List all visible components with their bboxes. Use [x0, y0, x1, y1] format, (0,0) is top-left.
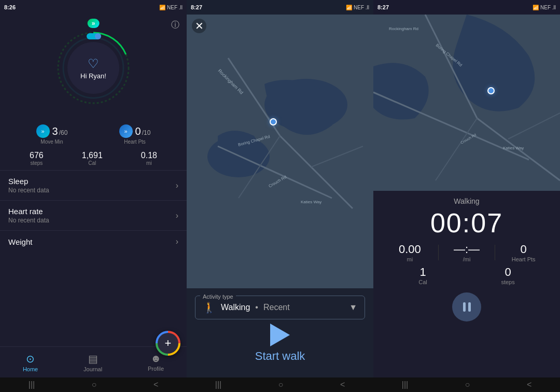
panel-workout: 8:27 📶 NEF .ll Boring Chapel Rd Katies W… [373, 0, 560, 392]
stats-row: 676 steps 1,691 Cal 0.18 mi [0, 149, 187, 171]
status-bar-3: 8:27 📶 NEF .ll [373, 0, 560, 15]
profile-label: Profile [148, 366, 164, 372]
home-gesture-icon-2[interactable]: ○ [278, 380, 284, 389]
recent-apps-icon[interactable]: ||| [29, 380, 35, 389]
activity-panel: Activity type 🚶 Walking • Recent ▼ Start… [187, 288, 373, 377]
journal-icon: ▤ [88, 353, 98, 365]
chevron-double-icon: » [92, 20, 95, 27]
start-walk-label[interactable]: Start walk [255, 349, 305, 363]
back-gesture-icon-3[interactable]: < [527, 380, 531, 389]
ring-area: » ⓘ ♡ [0, 15, 187, 118]
panel-map-start: 8:27 📶 NEF .ll Rockingham Rd Boring Chap… [187, 0, 373, 392]
recent-apps-icon-3[interactable]: ||| [402, 380, 408, 389]
gesture-bar-3: ||| ○ < [373, 377, 560, 392]
mi-stat: 0.18 mi [141, 151, 157, 166]
cal-label: Cal [88, 160, 96, 166]
close-button[interactable]: ✕ [192, 19, 206, 33]
svg-text:Katies Way: Katies Way [503, 146, 524, 150]
profile-icon: ☻ [150, 353, 161, 365]
steps-label: steps [30, 160, 43, 166]
cal-value: 1,691 [82, 151, 103, 160]
workout-steps-value: 0 [505, 265, 511, 279]
gesture-bar-1: ||| ○ < [0, 377, 187, 392]
ring-center: ♡ Hi Ryan! [80, 56, 106, 79]
status-time-2: 8:27 [191, 4, 202, 10]
heart-pts-value: 0 [135, 125, 141, 137]
svg-text:Rockingham Rd: Rockingham Rd [389, 26, 418, 31]
mi-value: 0.18 [141, 151, 157, 160]
walk-icon: 🚶 [203, 301, 216, 314]
weight-chevron-icon: › [176, 237, 178, 246]
workout-type-label: Walking [382, 197, 552, 205]
heart-pts-metric: » 0 /10 Heart Pts [119, 124, 151, 145]
nav-journal[interactable]: ▤ Journal [83, 353, 102, 372]
heart-rate-sub: No recent data [8, 217, 49, 224]
steps-stat: 676 steps [30, 151, 44, 166]
back-gesture-icon[interactable]: < [153, 380, 158, 389]
status-bar-2: 8:27 📶 NEF .ll [187, 0, 373, 15]
sleep-section[interactable]: Sleep No recent data › [0, 171, 187, 201]
add-activity-fab[interactable]: + [156, 331, 180, 346]
workout-pace-label: /mi [463, 256, 471, 262]
fitness-body: » ⓘ ♡ [0, 15, 187, 346]
mi-label: mi [146, 160, 152, 166]
workout-mi-label: mi [407, 256, 413, 262]
location-dot [270, 118, 277, 125]
workout-cal: 1 Cal [418, 265, 427, 285]
workout-cal-value: 1 [419, 265, 426, 279]
weight-title: Weight [8, 237, 32, 246]
workout-heart-pts: 0 Heart Pts [495, 243, 552, 262]
move-min-total: /60 [59, 129, 68, 136]
location-dot-workout [487, 87, 495, 94]
workout-cal-label: Cal [418, 279, 427, 285]
cal-stat: 1,691 Cal [82, 151, 103, 166]
pause-button[interactable] [452, 292, 481, 321]
map-area: Rockingham Rd Boring Chapel Rd Katies Wa… [187, 15, 373, 288]
gesture-bar-2: ||| ○ < [187, 377, 373, 392]
recent-apps-icon-2[interactable]: ||| [215, 380, 221, 389]
streak-badge: » [88, 19, 100, 28]
steps-value: 676 [30, 151, 44, 160]
metrics-row: » 3 /60 Move Min » 0 /10 [0, 120, 187, 149]
close-icon: ✕ [195, 20, 204, 32]
svg-text:Katies Way: Katies Way [301, 200, 321, 204]
heart-rate-section[interactable]: Heart rate No recent data › [0, 201, 187, 231]
home-gesture-icon-3[interactable]: ○ [465, 380, 470, 389]
workout-pace: —:— /mi [439, 243, 495, 262]
dropdown-arrow-icon[interactable]: ▼ [349, 303, 357, 312]
move-min-value: 3 [52, 125, 58, 137]
activity-selector[interactable]: 🚶 Walking • Recent ▼ [203, 301, 357, 314]
svg-point-5 [95, 33, 101, 39]
heart-rate-title: Heart rate [8, 207, 49, 216]
workout-steps: 0 steps [501, 265, 514, 285]
nav-home[interactable]: ⊙ Home [23, 353, 38, 372]
heart-icon: ♡ [88, 56, 99, 71]
ring-container: ♡ Hi Ryan! [54, 29, 132, 107]
home-icon: ⊙ [26, 353, 35, 365]
sleep-title: Sleep [8, 177, 49, 186]
back-gesture-icon-2[interactable]: < [340, 380, 345, 389]
workout-map-svg: Boring Chapel Rd Katies Way Crouch Rd Ro… [373, 15, 560, 191]
home-label: Home [23, 366, 38, 372]
weight-section[interactable]: Weight › [0, 231, 187, 253]
workout-mi: 0.00 mi [382, 243, 438, 262]
activity-separator: • [255, 303, 258, 312]
nav-profile[interactable]: ☻ Profile [148, 353, 164, 372]
play-button[interactable] [270, 324, 290, 346]
heart-pts-total: /10 [142, 129, 151, 136]
workout-timer: 00:07 [382, 207, 552, 239]
home-gesture-icon[interactable]: ○ [92, 380, 97, 389]
move-min-metric: » 3 /60 Move Min [36, 124, 68, 145]
map-background-svg: Rockingham Rd Boring Chapel Rd Katies Wa… [187, 15, 373, 288]
sleep-sub: No recent data [8, 187, 49, 194]
pause-icon [463, 302, 471, 312]
heart-rate-chevron-icon: › [176, 211, 178, 220]
sleep-chevron-icon: › [176, 181, 178, 190]
status-time-3: 8:27 [377, 4, 389, 10]
info-button[interactable]: ⓘ [171, 20, 179, 31]
heart-pts-label: Heart Pts [124, 139, 146, 145]
activity-recent: Recent [263, 303, 290, 312]
greeting-text: Hi Ryan! [80, 72, 106, 79]
panel-fitness-home: 8:26 📶 NEF .ll » ⓘ [0, 0, 187, 392]
status-icons-2: 📶 NEF .ll [346, 5, 369, 10]
